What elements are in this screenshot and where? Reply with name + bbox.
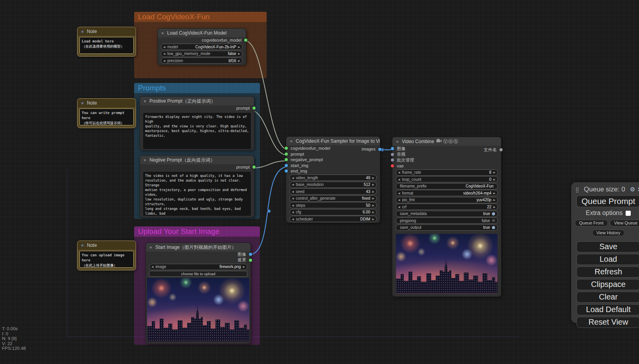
input-dot-icon[interactable] (285, 158, 288, 161)
node-video-combine[interactable]: Video Combine ⓋⒽⓈ 文件名 图像 音频 批次管理 vae ◀ (392, 137, 501, 297)
input-dot-icon[interactable] (285, 153, 288, 156)
input-slot-start-img[interactable]: start_img (286, 163, 380, 169)
input-slot-batch-manager[interactable]: 批次管理 (392, 157, 501, 163)
widget-value[interactable]: 8 (489, 170, 492, 175)
widget-steps[interactable]: ◀ steps 50 ▶ (289, 202, 377, 208)
toggle-off-icon[interactable] (492, 219, 495, 222)
input-dot-icon[interactable] (285, 169, 288, 173)
arrow-right-icon[interactable]: ▶ (372, 190, 374, 193)
widget-value[interactable]: 6.00 (363, 210, 370, 214)
output-dot-icon[interactable] (249, 253, 252, 256)
widget-video-length[interactable]: ◀ video_length 49 ▶ (289, 175, 377, 181)
arrow-left-icon[interactable]: ◀ (292, 190, 294, 193)
settings-gear-icon[interactable]: ⚙ (630, 186, 635, 193)
arrow-right-icon[interactable]: ▶ (494, 171, 495, 174)
arrow-left-icon[interactable]: ◀ (151, 265, 153, 268)
widget-value[interactable]: true (483, 211, 490, 216)
widget-model[interactable]: ◀ model CogVideoX-Fun-2b-InP ▶ (161, 44, 243, 50)
prompt-textarea[interactable]: The video is not of a high quality, it h… (143, 172, 251, 216)
widget-frame-rate[interactable]: ◀ frame_rate 8 ▶ (396, 169, 498, 176)
arrow-right-icon[interactable]: ▶ (372, 197, 374, 200)
node-title-bar[interactable]: Load CogVideoX-Fun Model (158, 29, 246, 37)
output-slot-model[interactable]: cogvideoxfun_model (158, 37, 246, 43)
widget-value[interactable]: 50 (366, 203, 370, 208)
widget-value[interactable]: CogVideoX-Fun-2b-InP (195, 45, 236, 49)
node-load-model[interactable]: Load CogVideoX-Fun Model cogvideoxfun_mo… (157, 28, 246, 65)
input-slot-prompt[interactable]: prompt (286, 151, 380, 157)
collapse-dot-icon[interactable] (81, 101, 84, 105)
node-start-image[interactable]: Start Image（图片到视频的开始图片） 图像 遮罩 ◀ image fi… (145, 243, 251, 344)
widget-value[interactable]: video/h264-mp4 (463, 191, 492, 195)
arrow-right-icon[interactable]: ▶ (243, 265, 245, 268)
arrow-right-icon[interactable]: ▶ (372, 218, 374, 221)
toggle-on-icon[interactable] (492, 212, 495, 215)
video-preview[interactable] (396, 234, 497, 294)
widget-scheduler[interactable]: ◀ scheduler DDIM ▶ (289, 216, 377, 222)
arrow-left-icon[interactable]: ◀ (292, 176, 294, 179)
node-title-bar[interactable]: Positive Prompt（正向提示词） (140, 97, 254, 105)
widget-value[interactable]: bf16 (228, 59, 236, 63)
queue-panel[interactable]: ⣿ Queue size: 0 ⚙ ✕ Queue Prompt Extra o… (571, 182, 639, 323)
input-dot-icon[interactable] (285, 147, 288, 150)
widget-value[interactable]: 43 (366, 189, 370, 194)
extra-options-checkbox[interactable] (626, 211, 631, 216)
widget-image-file[interactable]: ◀ image firework.png ▶ (149, 264, 247, 270)
reset-view-button[interactable]: Reset View (576, 317, 639, 328)
clipspace-button[interactable]: Clipspace (576, 279, 639, 290)
arrow-right-icon[interactable]: ▶ (494, 199, 495, 201)
choose-file-button[interactable]: choose file to upload (149, 271, 247, 277)
widget-save-output[interactable]: save_output true (396, 224, 498, 231)
output-dot-icon[interactable] (249, 259, 252, 262)
widget-filename-prefix[interactable]: filename_prefix CogVideoX-Fun (396, 183, 498, 189)
refresh-button[interactable]: Refresh (576, 267, 639, 278)
arrow-left-icon[interactable]: ◀ (163, 52, 165, 55)
load-button[interactable]: Load (576, 254, 639, 265)
input-slot-negative-prompt[interactable]: negative_prompt (286, 157, 380, 163)
widget-value[interactable]: DDIM (360, 217, 370, 221)
collapse-dot-icon[interactable] (161, 31, 164, 35)
widget-value[interactable]: 22 (487, 205, 491, 209)
widget-loop-count[interactable]: ◀ loop_count 0 ▶ (396, 176, 498, 182)
note-title-bar[interactable]: Note (77, 99, 136, 107)
output-slot-prompt[interactable]: prompt (140, 105, 254, 111)
note-text[interactable]: You can upload image here （在此上传开始图像） (79, 251, 134, 268)
widget-seed[interactable]: ◀ seed 43 ▶ (289, 188, 377, 195)
input-dot-icon[interactable] (285, 164, 288, 167)
collapse-dot-icon[interactable] (396, 140, 399, 143)
widget-value[interactable]: firework.png (219, 265, 241, 269)
arrow-right-icon[interactable]: ▶ (494, 192, 495, 195)
arrow-left-icon[interactable]: ◀ (398, 192, 400, 195)
arrow-right-icon[interactable]: ▶ (238, 52, 240, 55)
note-title-bar[interactable]: Note (77, 27, 136, 36)
toggle-on-icon[interactable] (492, 226, 495, 229)
arrow-left-icon[interactable]: ◀ (292, 204, 294, 207)
note-text[interactable]: Load model here （在此选择要使用的模型） (79, 37, 134, 54)
input-dot-icon[interactable] (391, 158, 394, 162)
input-slot-vae[interactable]: vae (392, 163, 501, 169)
prompt-textarea[interactable]: fireworks display over night city. The v… (143, 113, 251, 149)
collapse-dot-icon[interactable] (149, 246, 153, 249)
widget-value[interactable]: true (483, 225, 490, 230)
widget-value[interactable]: 49 (366, 176, 370, 180)
input-dot-icon[interactable] (391, 153, 394, 156)
node-positive-prompt[interactable]: Positive Prompt（正向提示词） prompt fireworks … (140, 96, 254, 151)
collapse-dot-icon[interactable] (143, 99, 147, 103)
collapse-dot-icon[interactable] (143, 158, 147, 162)
arrow-right-icon[interactable]: ▶ (372, 211, 374, 213)
arrow-right-icon[interactable]: ▶ (494, 206, 495, 208)
widget-pix-fmt[interactable]: ◀ pix_fmt yuv420p ▶ (396, 197, 498, 203)
widget-value[interactable]: 512 (364, 182, 370, 187)
node-title-bar[interactable]: Negtive Prompt（反向提示词） (140, 156, 254, 164)
arrow-left-icon[interactable]: ◀ (292, 218, 294, 221)
arrow-left-icon[interactable]: ◀ (398, 206, 400, 208)
output-slot-prompt[interactable]: prompt (140, 164, 254, 170)
node-sampler[interactable]: CogVideoX-Fun Sampler for Image to Video… (286, 136, 380, 223)
widget-value[interactable]: 0 (489, 177, 492, 182)
widget-value[interactable]: fixed (362, 196, 370, 200)
collapse-dot-icon[interactable] (81, 30, 84, 33)
arrow-right-icon[interactable]: ▶ (372, 204, 374, 207)
input-dot-icon[interactable] (391, 164, 394, 167)
arrow-left-icon[interactable]: ◀ (292, 211, 294, 213)
widget-value[interactable]: false (482, 219, 490, 223)
arrow-left-icon[interactable]: ◀ (398, 178, 400, 181)
